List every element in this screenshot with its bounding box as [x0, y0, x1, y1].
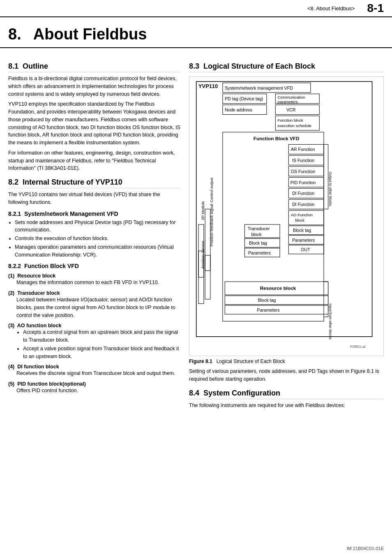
section-82-title: 8.2 Internal Structure of YVP110 [8, 178, 181, 188]
chapter-number: 8. [8, 25, 21, 43]
item-1-label: (1) Resource block [8, 273, 55, 279]
svg-text:DI Function: DI Function [292, 191, 315, 196]
svg-text:PID Function: PID Function [291, 180, 316, 185]
header-page-number: 8-1 [367, 2, 384, 15]
svg-text:Control output: Control output [209, 178, 214, 203]
svg-text:execution schedule: execution schedule [278, 123, 311, 128]
item-5-label: (5) PID function block(optional) [8, 381, 86, 387]
svg-text:I/P Module: I/P Module [201, 201, 205, 220]
svg-text:block: block [251, 232, 262, 237]
svg-text:Node address: Node address [225, 107, 252, 112]
figure-caption: Figure 8.1 Logical Structure of Each Blo… [189, 358, 384, 364]
content-area: 8.1 Outline Fieldbus is a bi-directional… [0, 52, 392, 420]
svg-text:Parameters: Parameters [292, 238, 315, 243]
left-column: 8.1 Outline Fieldbus is a bi-directional… [8, 56, 181, 412]
item-resource-block: (1) Resource block Manages the informati… [8, 273, 181, 287]
svg-text:Parameters: Parameters [248, 250, 271, 255]
svg-text:Parameters: Parameters [257, 308, 279, 312]
s82-intro: The YVP110 contains two virtual field de… [8, 191, 181, 206]
svg-text:Communication: Communication [278, 95, 305, 99]
svg-rect-67 [205, 255, 210, 299]
section-822-title: 8.2.2 Function Block VFD [8, 263, 181, 269]
svg-text:OS Function: OS Function [291, 169, 315, 174]
chapter-title: 8. About Fieldbus [0, 17, 392, 48]
svg-text:Resource block: Resource block [260, 285, 296, 291]
s821-bullet-2: Controls the execution of function block… [15, 235, 181, 243]
s81-p3: For information on other features, engin… [8, 149, 181, 172]
svg-text:parameters: parameters [278, 99, 298, 104]
item-3-bullets: Accepts a control signal from an upstrea… [15, 328, 181, 360]
item-3-bullet-2: Accept a valve position signal from Tran… [23, 345, 181, 361]
section-81-title: 8.1 Outline [8, 62, 181, 72]
svg-text:Block tag: Block tag [258, 298, 276, 303]
s821-bullet-1: Sets node addresses and Physical Device … [15, 219, 181, 234]
svg-text:IS Function: IS Function [292, 158, 314, 163]
svg-text:Block tag: Block tag [293, 228, 311, 233]
header-section-label: <8. About Fieldbus> [8, 5, 367, 12]
svg-text:AO Function: AO Function [291, 213, 313, 217]
svg-text:DI Function: DI Function [292, 202, 315, 207]
item-ao-block: (3) AO function block Accepts a control … [8, 322, 181, 360]
item-pid-block: (5) PID function block(optional) Offers … [8, 381, 181, 395]
item-2-label: (2) Transducer block [8, 290, 60, 296]
svg-text:F0801.ai: F0801.ai [350, 344, 365, 349]
item-5-body: Offers PID control function. [8, 387, 181, 395]
item-2-body: Located between Hardware I/O(actuator, s… [8, 296, 181, 319]
svg-text:VCR: VCR [286, 107, 296, 112]
s81-p2: YVP110 employs the specification standar… [8, 100, 181, 147]
item-3-bullet-1: Accepts a control signal from an upstrea… [23, 328, 181, 344]
figure-caption-text: Logical Structure of Each Block [217, 358, 285, 364]
item-3-label: (3) AO function block [8, 323, 61, 328]
s81-p1: Fieldbus is a bi-directional digital com… [8, 75, 181, 98]
page-header: <8. About Fieldbus> 8-1 [0, 0, 392, 17]
svg-text:OUT: OUT [301, 247, 310, 252]
section-83-title: 8.3 Logical Structure of Each Block [189, 62, 384, 72]
section-84-title: 8.4 System Configuration [189, 389, 384, 399]
svg-text:Input from other blocks: Input from other blocks [328, 304, 332, 340]
svg-text:Block tag: Block tag [249, 240, 267, 245]
figure-label: Figure 8.1 [189, 358, 212, 364]
s84-intro: The following instruments are required f… [189, 402, 384, 409]
svg-text:Output to other blocks: Output to other blocks [328, 172, 332, 206]
page: <8. About Fieldbus> 8-1 8. About Fieldbu… [0, 0, 392, 555]
item-4-label: (4) DI function block [8, 364, 59, 370]
svg-rect-11 [275, 105, 319, 115]
svg-rect-56 [225, 296, 328, 304]
svg-text:Position Sensor: Position Sensor [201, 240, 205, 268]
svg-text:block: block [295, 218, 304, 222]
diagram-container: YVP110 System/network management VFD PD … [189, 76, 384, 356]
section-821-title: 8.2.1 System/network Management VFD [8, 210, 181, 217]
item-1-body: Manages the information common to each F… [8, 279, 181, 287]
svg-text:YVP110: YVP110 [198, 83, 218, 89]
s821-bullets: Sets node addresses and Physical Device … [15, 219, 181, 259]
svg-text:Function Block VFD: Function Block VFD [254, 136, 300, 141]
svg-text:System/network management VFD: System/network management VFD [225, 86, 293, 90]
item-transducer-block: (2) Transducer block Located between Har… [8, 290, 181, 319]
svg-text:Function block: Function block [278, 118, 303, 123]
footer-text: IM 21B04C01-01E [347, 546, 384, 551]
item-di-block: (4) DI function block Receives the discr… [8, 363, 181, 377]
item-4-body: Receives the discrete signal from Transc… [8, 370, 181, 377]
svg-text:Position feedback signal: Position feedback signal [209, 204, 214, 247]
svg-text:AR Function: AR Function [291, 147, 315, 152]
page-footer: IM 21B04C01-01E [347, 546, 384, 551]
s821-bullet-3: Manages operation parameters and communi… [15, 243, 181, 259]
svg-text:PD tag (Device tag): PD tag (Device tag) [225, 96, 263, 101]
s83-post-text: Setting of various parameters, node addr… [189, 368, 384, 383]
chapter-title-text: About Fieldbus [33, 25, 147, 43]
right-column: 8.3 Logical Structure of Each Block YVP1… [189, 56, 384, 412]
svg-text:Transducer: Transducer [248, 226, 270, 231]
logical-structure-diagram: YVP110 System/network management VFD PD … [192, 79, 381, 352]
